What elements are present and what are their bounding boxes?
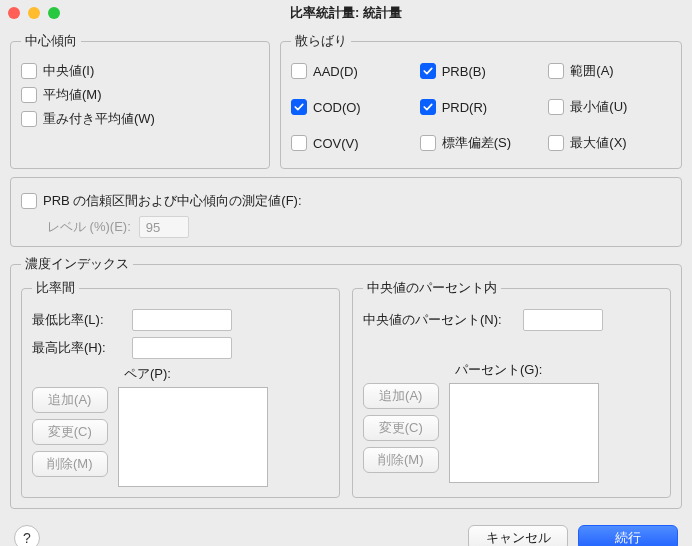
- max-ratio-label: 最高比率(H):: [32, 339, 122, 357]
- chk-range[interactable]: [548, 63, 564, 79]
- chk-prd[interactable]: [420, 99, 436, 115]
- continue-button[interactable]: 続行: [578, 525, 678, 546]
- chk-prd-label: PRD(R): [442, 100, 488, 115]
- window-title: 比率統計量: 統計量: [0, 4, 692, 22]
- chk-weighted-mean-label: 重み付き平均値(W): [43, 110, 155, 128]
- group-ratio-between: 比率間 最低比率(L): 最高比率(H): ペア(P): 追加(A) 変更(C: [21, 279, 340, 498]
- group-median-legend: 中央値のパーセント内: [363, 279, 501, 297]
- pct-of-median-input[interactable]: [523, 309, 603, 331]
- group-dispersion: 散らばり AAD(D)PRB(B)範囲(A)COD(O)PRD(R)最小値(U)…: [280, 32, 682, 169]
- chk-max-label: 最大値(X): [570, 134, 626, 152]
- close-icon[interactable]: [8, 7, 20, 19]
- chk-min[interactable]: [548, 99, 564, 115]
- group-prb-conf: PRB の信頼区間および中心傾向の測定値(F): レベル (%)(E):: [10, 177, 682, 247]
- chk-prb-conf[interactable]: [21, 193, 37, 209]
- level-label: レベル (%)(E):: [47, 218, 131, 236]
- footer: ? キャンセル 続行: [0, 517, 692, 546]
- titlebar: 比率統計量: 統計量: [0, 0, 692, 26]
- chk-cov-label: COV(V): [313, 136, 359, 151]
- group-concentration-legend: 濃度インデックス: [21, 255, 133, 273]
- pair-listbox[interactable]: [118, 387, 268, 487]
- chk-prb[interactable]: [420, 63, 436, 79]
- group-central: 中心傾向 中央値(I)平均値(M)重み付き平均値(W): [10, 32, 270, 169]
- percent-listbox[interactable]: [449, 383, 599, 483]
- ratio-add-button[interactable]: 追加(A): [32, 387, 108, 413]
- chk-stddev[interactable]: [420, 135, 436, 151]
- median-change-button[interactable]: 変更(C): [363, 415, 439, 441]
- max-ratio-input[interactable]: [132, 337, 232, 359]
- chk-max[interactable]: [548, 135, 564, 151]
- level-input[interactable]: [139, 216, 189, 238]
- ratio-remove-button[interactable]: 削除(M): [32, 451, 108, 477]
- zoom-icon[interactable]: [48, 7, 60, 19]
- chk-median[interactable]: [21, 63, 37, 79]
- group-central-legend: 中心傾向: [21, 32, 81, 50]
- minimize-icon[interactable]: [28, 7, 40, 19]
- prb-conf-label: PRB の信頼区間および中心傾向の測定値(F):: [43, 192, 302, 210]
- chk-stddev-label: 標準偏差(S): [442, 134, 511, 152]
- min-ratio-label: 最低比率(L):: [32, 311, 122, 329]
- chk-cod[interactable]: [291, 99, 307, 115]
- chk-cod-label: COD(O): [313, 100, 361, 115]
- chk-min-label: 最小値(U): [570, 98, 627, 116]
- ratio-change-button[interactable]: 変更(C): [32, 419, 108, 445]
- pair-label: ペア(P):: [124, 365, 171, 383]
- median-add-button[interactable]: 追加(A): [363, 383, 439, 409]
- chk-range-label: 範囲(A): [570, 62, 613, 80]
- median-remove-button[interactable]: 削除(M): [363, 447, 439, 473]
- window-controls: [8, 7, 60, 19]
- chk-median-label: 中央値(I): [43, 62, 94, 80]
- min-ratio-input[interactable]: [132, 309, 232, 331]
- group-concentration: 濃度インデックス 比率間 最低比率(L): 最高比率(H): ペア(P):: [10, 255, 682, 509]
- group-median-pct: 中央値のパーセント内 中央値のパーセント(N): パーセント(G): 追加(A)…: [352, 279, 671, 498]
- chk-mean[interactable]: [21, 87, 37, 103]
- pct-of-median-label: 中央値のパーセント(N):: [363, 311, 513, 329]
- chk-weighted-mean[interactable]: [21, 111, 37, 127]
- chk-aad[interactable]: [291, 63, 307, 79]
- group-ratio-legend: 比率間: [32, 279, 79, 297]
- chk-cov[interactable]: [291, 135, 307, 151]
- help-button[interactable]: ?: [14, 525, 40, 546]
- cancel-button[interactable]: キャンセル: [468, 525, 568, 546]
- percent-label: パーセント(G):: [455, 361, 542, 379]
- chk-prb-label: PRB(B): [442, 64, 486, 79]
- group-dispersion-legend: 散らばり: [291, 32, 351, 50]
- chk-mean-label: 平均値(M): [43, 86, 102, 104]
- chk-aad-label: AAD(D): [313, 64, 358, 79]
